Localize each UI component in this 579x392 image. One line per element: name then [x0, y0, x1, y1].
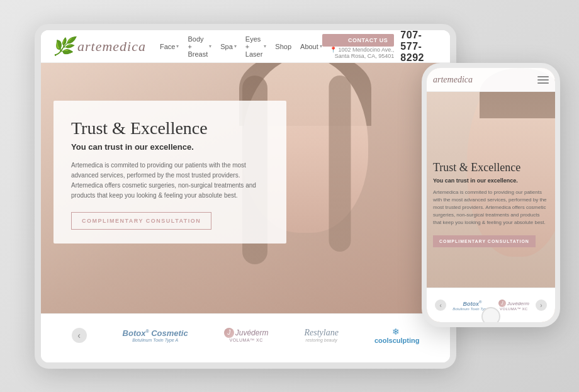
contact-us-button[interactable]: CONTACT US: [322, 34, 395, 47]
chevron-down-icon: ▾: [234, 43, 237, 49]
nav-link-body-breast[interactable]: Body + Breast ▾: [188, 35, 211, 58]
nav-link-eyes-laser[interactable]: Eyes + Laser ▾: [245, 35, 267, 58]
tablet-device: 🌿 artemedica Face ▾ Body + Breast ▾ Spa: [35, 24, 456, 369]
nav-link-spa[interactable]: Spa ▾: [220, 43, 237, 50]
hero-content-box: Trust & Excellence You can trust in our …: [53, 101, 286, 244]
consultation-button[interactable]: COMPLIMENTARY CONSULTATION: [71, 212, 211, 230]
hamburger-menu-button[interactable]: [537, 76, 549, 84]
hamburger-line: [537, 76, 549, 77]
logo-swirl-icon: 🌿: [52, 36, 75, 57]
face-hair-right: [329, 76, 351, 252]
tablet-nav-links: Face ▾ Body + Breast ▾ Spa ▾ Eyes + Lase…: [160, 35, 322, 58]
tablet-nav-right: CONTACT US 📍 1002 Mendocino Ave., Santa …: [322, 30, 439, 64]
phone-hero-content: Trust & Excellence You can trust in our …: [427, 92, 555, 254]
brand-coolsculpting: ❄ coolsculpting: [374, 327, 420, 344]
hero-subtitle: You can trust in our excellence.: [71, 142, 269, 152]
hamburger-line: [537, 82, 549, 84]
hamburger-line: [537, 79, 549, 81]
chevron-down-icon: ▾: [209, 43, 211, 49]
phone-brands-prev-button[interactable]: ‹: [435, 300, 446, 311]
tablet-hero: Trust & Excellence You can trust in our …: [41, 63, 450, 313]
tablet-navbar: 🌿 artemedica Face ▾ Body + Breast ▾ Spa: [41, 30, 450, 63]
phone-hero-title: Trust & Excellence: [433, 161, 549, 175]
phone-logo: artemedica: [433, 75, 473, 85]
brand-restylane: Restylane restoring beauty: [305, 328, 339, 342]
brand-botox: Botox® Cosmetic Botulinum Toxin Type A: [123, 328, 188, 342]
phone-hero-subtitle: You can trust in our excellence.: [433, 177, 549, 184]
phone-brands-next-button[interactable]: ›: [536, 300, 547, 311]
scene: 🌿 artemedica Face ▾ Body + Breast ▾ Spa: [0, 0, 579, 392]
phone-navbar: artemedica: [427, 68, 555, 92]
nav-link-face[interactable]: Face ▾: [160, 43, 179, 50]
tablet-logo: 🌿 artemedica: [52, 36, 146, 57]
chevron-down-icon: ▾: [264, 43, 266, 49]
location-icon: 📍: [330, 47, 337, 53]
phone-brand-juvederm: J Juvéderm VOLUMA™ XC: [498, 300, 529, 311]
logo-text: artemedica: [77, 38, 146, 55]
nav-link-shop[interactable]: Shop: [275, 43, 291, 50]
coolsculpting-icon: ❄: [392, 327, 400, 337]
hero-title: Trust & Excellence: [71, 118, 269, 138]
nav-link-about[interactable]: About ▾: [300, 43, 322, 50]
brands-prev-button[interactable]: ‹: [72, 328, 87, 343]
brands-bar: ‹ Botox® Cosmetic Botulinum Toxin Type A…: [41, 313, 450, 356]
chevron-down-icon: ▾: [176, 43, 179, 49]
phone-device: artemedica Trust & Excellence You can tr…: [422, 63, 560, 327]
address-text: 📍 1002 Mendocino Ave., Santa Rosa, CA, 9…: [322, 47, 395, 59]
phone-consultation-button[interactable]: COMPLIMENTARY CONSULTATION: [433, 235, 536, 247]
phone-home-button[interactable]: [481, 307, 500, 326]
hero-description: Artemedica is commited to providing our …: [71, 160, 269, 201]
brand-juvederm: J Juvéderm VOLUMA™ XC: [224, 328, 269, 342]
phone-number: 707-577-8292: [400, 30, 439, 64]
phone-hero-description: Artemedica is commited to providing our …: [433, 189, 549, 227]
